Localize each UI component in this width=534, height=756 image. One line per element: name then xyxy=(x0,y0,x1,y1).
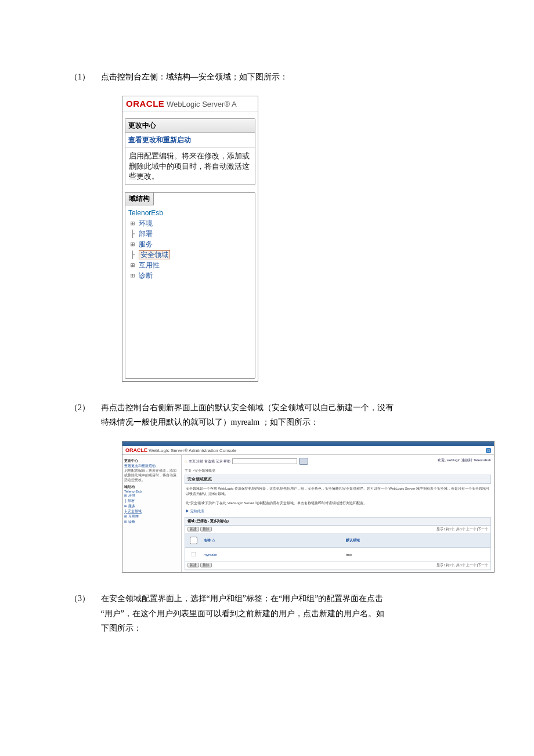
domain-structure-panel: 域结构 TelenorEsb ⊞ 环境 ├ 部署 ⊞ 服务 ├ 安全领域 ⊞ 互… xyxy=(125,192,255,379)
step-3-num: （3） xyxy=(70,591,99,606)
home-icon[interactable]: ⌂ xyxy=(185,460,187,463)
page-title: 安全领域概览 xyxy=(185,475,491,484)
leaf-icon: ├ xyxy=(131,230,139,238)
pager-top: 显示1到1个, 共1个 上一个|下一个 xyxy=(436,527,488,532)
tree-node-deploy[interactable]: ├ 部署 xyxy=(128,229,252,239)
step-3: （3） 在安全领域配置界面上，选择“用户和组”标签；在“用户和组”的配置界面在点… xyxy=(70,591,464,635)
change-center-header: 更改中心 xyxy=(125,119,255,133)
tree-node-security-realm[interactable]: ├ 安全领域 xyxy=(128,249,252,260)
expand-icon[interactable]: ⊞ xyxy=(131,261,139,269)
tree-node-security-realm[interactable]: ├ 安全领域 xyxy=(124,509,179,514)
config-edit-message: 启用配置编辑：将来在修改，添加或删除此域中的项目时，将自动激活这些更改。 xyxy=(124,469,179,482)
col-name[interactable]: 名称 △ xyxy=(201,534,344,548)
expand-icon[interactable]: ⊞ xyxy=(131,219,139,227)
leaf-icon: ├ xyxy=(131,251,139,259)
expand-icon[interactable]: ⊞ xyxy=(131,272,139,280)
sidebar: 更改中心 查看更改和重新启动 启用配置编辑：将来在修改，添加或删除此域中的项目时… xyxy=(122,455,182,572)
tree-root[interactable]: TelenorEsb xyxy=(128,208,252,218)
console-header: ORACLE WebLogic Server® Administration C… xyxy=(122,446,494,455)
row-checkbox[interactable] xyxy=(192,552,196,557)
breadcrumb: 主页 >安全领域概览 xyxy=(185,468,491,473)
toolbar-links[interactable]: 主页 注销 首选项 记录 帮助 xyxy=(189,459,231,464)
tree-node-deploy[interactable]: ├ 部署 xyxy=(124,498,179,504)
help-icon[interactable]: □ xyxy=(486,448,491,453)
tree-node-interop[interactable]: ⊞ 互用性 xyxy=(124,514,179,519)
tree-node-env[interactable]: ⊞ 环境 xyxy=(128,218,252,229)
product-name: WebLogic Server® A xyxy=(164,100,236,108)
welcome-text: 欢迎, weblogic 连接到: TelenorEsb xyxy=(438,458,491,466)
table-caption: 领域 (已筛选 - 更多列存在) xyxy=(185,518,490,526)
tree-node-services[interactable]: ⊞ 服务 xyxy=(128,239,252,249)
view-changes-link[interactable]: 查看更改和重新启动 xyxy=(125,133,255,148)
view-changes-link[interactable]: 查看更改和重新启动 xyxy=(124,464,179,469)
domain-structure-header: 域结构 xyxy=(124,484,179,490)
table-row: myrealm true xyxy=(185,548,490,562)
delete-button[interactable]: 删除 xyxy=(200,527,212,531)
description-1: 安全领域是一个存放 WebLogic 资源保护机制的容器，这些机制包括用户，组，… xyxy=(185,484,491,498)
search-input[interactable] xyxy=(232,458,297,464)
col-checkbox xyxy=(185,534,201,548)
toolbar-row: ⌂ 主页 注销 首选项 记录 帮助 欢迎, weblogic 连接到: Tele… xyxy=(185,457,491,467)
expand-icon[interactable]: ⊞ xyxy=(131,240,139,248)
description-2: 此"安全领域"页列出了在此 WebLogic Server 域中配置的所有安全领… xyxy=(185,498,491,508)
change-center-header: 更改中心 xyxy=(124,458,179,464)
search-button[interactable] xyxy=(299,458,308,465)
product-name: WebLogic Server® Administration Console xyxy=(147,448,236,453)
tree-node-interop[interactable]: ⊞ 互用性 xyxy=(128,260,252,270)
window-titlebar xyxy=(122,442,494,446)
realm-default-value: true xyxy=(344,548,490,562)
tree-node-diag[interactable]: ⊞ 诊断 xyxy=(128,270,252,281)
step-1-num: （1） xyxy=(70,70,99,84)
col-default[interactable]: 默认领域 xyxy=(344,534,490,548)
new-button[interactable]: 新建 xyxy=(187,527,199,531)
step-3-line3: 下图所示： xyxy=(101,624,142,632)
oracle-logo: ORACLE xyxy=(126,99,164,108)
step-1-text: 点击控制台左侧：域结构—安全领域；如下图所示： xyxy=(101,70,449,84)
tree-node-diag[interactable]: ⊞ 诊断 xyxy=(124,519,179,525)
new-button[interactable]: 新建 xyxy=(187,563,199,567)
tree-node-env[interactable]: ⊞ 环境 xyxy=(124,493,179,498)
main-content: ⌂ 主页 注销 首选项 记录 帮助 欢迎, weblogic 连接到: Tele… xyxy=(182,455,494,572)
step-1: （1） 点击控制台左侧：域结构—安全领域；如下图所示： xyxy=(70,70,464,84)
select-all-checkbox[interactable] xyxy=(190,537,197,544)
step-2-line1: 再点击控制台右侧新界面上面的默认安全领域（安全领域可以自己新建一个，没有 xyxy=(101,403,394,412)
domain-structure-header: 域结构 xyxy=(125,192,154,205)
realms-table: 领域 (已筛选 - 更多列存在) 新建 删除 显示1到1个, 共1个 上一个|下… xyxy=(185,517,491,570)
config-edit-message: 启用配置编辑。将来在修改，添加或删除此域中的项目时，将自动激活这些更改。 xyxy=(125,148,255,185)
step-2-line2: 特殊情况一般使用默认的就可以了）myrealm ；如下图所示： xyxy=(101,418,319,426)
step-2-num: （2） xyxy=(70,400,99,415)
step-2: （2） 再点击控制台右侧新界面上面的默认安全领域（安全领域可以自己新建一个，没有… xyxy=(70,400,464,429)
oracle-logo: ORACLE xyxy=(125,447,147,453)
step-3-line2: “用户”，在这个用户列表里面可以看到之前新建的用户，点击新建的用户名。如 xyxy=(101,609,384,618)
step-3-line1: 在安全领域配置界面上，选择“用户和组”标签；在“用户和组”的配置界面在点击 xyxy=(101,594,384,603)
tree-node-selected[interactable]: 安全领域 xyxy=(139,250,170,259)
screenshot-1: ORACLE WebLogic Server® A 更改中心 查看更改和重新启动… xyxy=(122,96,258,382)
change-center-panel: 更改中心 查看更改和重新启动 启用配置编辑。将来在修改，添加或删除此域中的项目时… xyxy=(125,118,255,185)
screenshot-2: ORACLE WebLogic Server® Administration C… xyxy=(122,441,495,573)
customize-table-link[interactable]: ▶ 定制此表 xyxy=(185,508,491,515)
pager-bottom: 显示1到1个, 共1个 上一个|下一个 xyxy=(436,563,488,568)
realm-name-link[interactable]: myrealm xyxy=(201,548,344,562)
logo-row: ORACLE WebLogic Server® A xyxy=(122,96,258,111)
tree-node-services[interactable]: ⊞ 服务 xyxy=(124,504,179,509)
delete-button[interactable]: 删除 xyxy=(200,563,212,567)
